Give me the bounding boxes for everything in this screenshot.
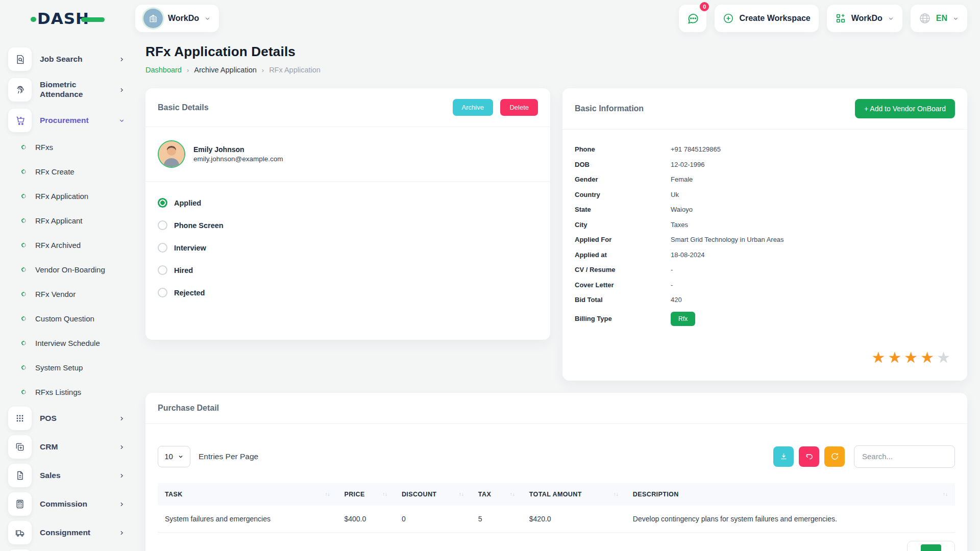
procurement-cart-icon xyxy=(8,109,32,132)
messages-button[interactable]: 0 xyxy=(679,5,706,32)
delete-button[interactable]: Delete xyxy=(500,99,538,116)
sidebar-item-pos[interactable]: POS xyxy=(0,404,135,433)
sort-icon: ↑↓ xyxy=(382,491,387,497)
chevron-down-icon xyxy=(204,15,211,22)
top-cards-row: Basic Details Archive Delete Emily Jo xyxy=(145,88,967,381)
entries-per-page-select[interactable]: 10 xyxy=(158,446,190,467)
bullet-icon xyxy=(20,340,27,346)
sidebar-subitem-rfxs[interactable]: RFxs xyxy=(0,135,135,159)
sidebar-item-consignment[interactable]: Consignment xyxy=(0,518,135,547)
language-selector[interactable]: EN xyxy=(911,5,967,32)
breadcrumb-current: RFx Application xyxy=(269,66,321,74)
sidebar-subitem-label: RFx Applicant xyxy=(35,216,83,225)
cell-description: Develop contingency plans for system fai… xyxy=(626,506,955,533)
status-label: Interview xyxy=(174,244,206,252)
column-header-tax[interactable]: TAX↑↓ xyxy=(471,483,522,506)
sidebar-item-label: Sales xyxy=(40,471,110,481)
workdo-menu-button[interactable]: WorkDo xyxy=(827,5,902,32)
sidebar-subitem-rfx-application[interactable]: RFx Application xyxy=(0,184,135,208)
export-button[interactable] xyxy=(773,446,794,467)
sidebar-subitem-label: RFxs Listings xyxy=(35,388,81,396)
status-option-interview[interactable]: Interview xyxy=(158,243,538,253)
column-header-price[interactable]: PRICE↑↓ xyxy=(337,483,394,506)
radio-icon xyxy=(158,265,167,275)
sidebar-subitem-rfx-vendor[interactable]: RFx Vendor xyxy=(0,282,135,306)
status-option-applied[interactable]: Applied xyxy=(158,198,538,208)
search-input[interactable] xyxy=(854,445,955,468)
column-header-description[interactable]: DESCRIPTION↑↓ xyxy=(626,483,955,506)
field-label: Applied For xyxy=(575,236,671,243)
sidebar-item-partial[interactable] xyxy=(0,547,135,551)
sidebar-item-job-search[interactable]: Job Search xyxy=(0,45,135,73)
sidebar-item-commission[interactable]: Commission xyxy=(0,490,135,518)
info-row-state: StateWaioyo xyxy=(562,202,967,217)
sidebar-item-label: Biometric Attendance xyxy=(40,80,110,99)
field-label: Applied at xyxy=(575,251,671,259)
archive-button[interactable]: Archive xyxy=(453,99,493,116)
sidebar-item-sales[interactable]: Sales xyxy=(0,461,135,490)
sales-document-icon xyxy=(8,464,32,487)
pagination-active-page[interactable] xyxy=(921,544,941,551)
sidebar-item-procurement[interactable]: Procurement xyxy=(0,106,135,135)
chevron-right-icon xyxy=(118,87,125,93)
dash-logo[interactable]: DASH xyxy=(0,7,135,30)
radio-icon xyxy=(158,220,167,230)
commission-calculator-icon xyxy=(8,492,32,516)
chevron-down-icon xyxy=(888,15,894,22)
field-label: Gender xyxy=(575,176,671,183)
sidebar-subitem-label: System Setup xyxy=(35,363,83,372)
column-header-discount[interactable]: DISCOUNT↑↓ xyxy=(395,483,471,506)
undo-button[interactable] xyxy=(799,446,819,467)
field-label: Cover Letter xyxy=(575,281,671,289)
chevron-right-icon xyxy=(118,472,125,479)
sidebar-subitem-system-setup[interactable]: System Setup xyxy=(0,355,135,380)
chevron-right-icon xyxy=(118,501,125,508)
add-to-vendor-onboard-button[interactable]: + Add to Vendor OnBoard xyxy=(855,99,955,118)
cell-price: $400.0 xyxy=(337,506,394,533)
sidebar-item-crm[interactable]: CRM xyxy=(0,433,135,461)
sidebar-subitem-label: Vendor On-Boarding xyxy=(35,265,105,274)
sidebar-item-label: Commission xyxy=(40,499,110,509)
applicant-profile: Emily Johnson emily.johnson@example.com xyxy=(145,127,550,181)
info-row-dob: DOB12-02-1996 xyxy=(562,157,967,172)
sidebar-subitem-custom-question[interactable]: Custom Question xyxy=(0,306,135,331)
field-label: Billing Type xyxy=(575,315,671,322)
refresh-button[interactable] xyxy=(824,446,845,467)
column-header-total-amount[interactable]: TOTAL AMOUNT↑↓ xyxy=(522,483,626,506)
sidebar-subitem-label: RFx Archived xyxy=(35,241,81,249)
status-option-rejected[interactable]: Rejected xyxy=(158,288,538,297)
sidebar-subitem-label: RFx Application xyxy=(35,192,88,201)
sidebar-subitem-label: RFxs xyxy=(35,143,53,152)
field-label: Phone xyxy=(575,145,671,153)
sidebar-item-label: Job Search xyxy=(40,55,110,64)
applicant-email: emily.johnson@example.com xyxy=(193,155,283,163)
workspace-selector[interactable]: WorkDo xyxy=(135,5,219,32)
field-value: 420 xyxy=(671,296,682,304)
sidebar-subitem-vendor-on-boarding[interactable]: Vendor On-Boarding xyxy=(0,257,135,282)
star-filled-icon: ★ xyxy=(904,349,920,366)
chevron-right-icon xyxy=(118,56,125,63)
info-row-cover-letter: Cover Letter- xyxy=(562,278,967,293)
main-content: RFx Application Details Dashboard › Arch… xyxy=(135,37,980,551)
sidebar-item-biometric-attendance[interactable]: Biometric Attendance xyxy=(0,73,135,106)
star-empty-icon: ★ xyxy=(937,349,953,366)
status-option-hired[interactable]: Hired xyxy=(158,265,538,275)
entries-per-page-label: Entries Per Page xyxy=(199,452,258,461)
sidebar-subitem-rfx-applicant[interactable]: RFx Applicant xyxy=(0,208,135,233)
pagination-container xyxy=(907,541,955,551)
status-option-phone-screen[interactable]: Phone Screen xyxy=(158,220,538,230)
breadcrumb-dashboard[interactable]: Dashboard xyxy=(145,66,182,74)
table-actions xyxy=(773,445,955,468)
sidebar-item-label: Consignment xyxy=(40,528,110,538)
create-workspace-button[interactable]: Create Workspace xyxy=(715,5,818,32)
sidebar-subitem-interview-schedule[interactable]: Interview Schedule xyxy=(0,331,135,355)
breadcrumb-archive-application[interactable]: Archive Application xyxy=(194,66,257,74)
sidebar-subitem-rfx-create[interactable]: RFx Create xyxy=(0,159,135,184)
info-row-billing-type: Billing TypeRfx xyxy=(562,308,967,330)
basic-information-body: Phone+91 7845129865 DOB12-02-1996 Gender… xyxy=(562,130,967,381)
column-header-task[interactable]: TASK↑↓ xyxy=(158,483,337,506)
sidebar-subitem-rfx-archived[interactable]: RFx Archived xyxy=(0,233,135,257)
sidebar-subitem-rfxs-listings[interactable]: RFxs Listings xyxy=(0,380,135,404)
bullet-icon xyxy=(20,266,27,272)
sort-icon: ↑↓ xyxy=(325,491,330,497)
